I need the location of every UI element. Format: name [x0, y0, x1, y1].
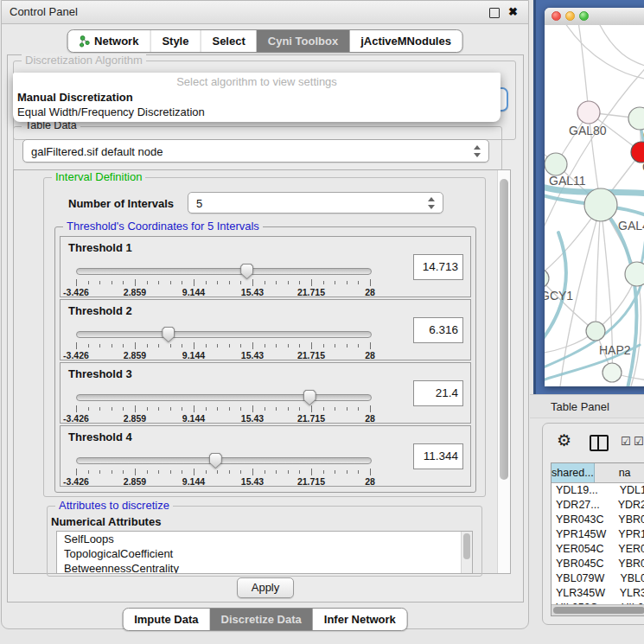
network-node[interactable]	[584, 188, 617, 221]
network-node[interactable]	[586, 322, 605, 341]
tick-mark	[252, 279, 253, 286]
dropdown-option-manual[interactable]: Manual Discretization	[17, 91, 133, 104]
cell-shared-name[interactable]: YPR145W	[552, 527, 615, 542]
close-icon[interactable]: ✖	[508, 5, 518, 18]
threshold-1-label: Threshold 1	[68, 241, 132, 254]
network-node[interactable]	[545, 153, 567, 175]
network-window-titlebar[interactable]	[545, 8, 644, 26]
numerical-attributes-list[interactable]: SelfLoopsTopologicalCoefficientBetweenne…	[56, 531, 473, 574]
table-row[interactable]: YBR045CYBR0	[552, 557, 644, 571]
slider-handle[interactable]	[240, 264, 253, 279]
tab-cyni-toolbox[interactable]: Cyni Toolbox	[257, 30, 349, 52]
table-data-combobox[interactable]: galFiltered.sif default node	[22, 139, 489, 163]
table-row[interactable]: YDL19...YDL1	[552, 483, 644, 498]
tab-label: Cyni Toolbox	[268, 30, 338, 52]
threshold-1-slider[interactable]	[76, 268, 372, 275]
tick-mark	[194, 279, 194, 286]
cell-shared-name[interactable]: YBL079W	[552, 571, 616, 586]
traffic-light-green[interactable]	[579, 11, 589, 21]
threshold-3-value-field[interactable]: 21.4	[413, 380, 463, 406]
tab-infer-network[interactable]: Infer Network	[313, 609, 407, 630]
column-header-shared-name[interactable]: shared...	[552, 463, 595, 482]
table-panel-header[interactable]: Table Panel	[530, 394, 644, 418]
table-row[interactable]: YLR345WYLR3	[552, 586, 644, 601]
column-split-icon[interactable]	[590, 435, 609, 451]
cell-shared-name[interactable]: YBR043C	[552, 513, 615, 527]
cell-name[interactable]: YPR1	[615, 527, 644, 542]
attribute-list-item[interactable]: TopologicalCoefficient	[57, 546, 472, 561]
table-row[interactable]: YER054CYER0	[552, 542, 644, 557]
cell-name[interactable]: YDL1	[616, 483, 644, 498]
tab-style[interactable]: Style	[150, 30, 200, 52]
threshold-4-slider[interactable]	[76, 457, 372, 464]
checkbox-icon[interactable]: ☑	[621, 435, 631, 448]
gear-icon[interactable]: ⚙	[557, 430, 571, 450]
cell-shared-name[interactable]: YER054C	[552, 542, 615, 557]
threshold-2-slider[interactable]	[76, 331, 372, 338]
table-horizontal-scrollbar[interactable]	[552, 604, 644, 615]
network-graph[interactable]	[545, 25, 644, 386]
network-node-selected[interactable]	[631, 142, 644, 163]
threshold-2-value-field[interactable]: 6.316	[413, 317, 463, 343]
network-node[interactable]	[603, 363, 622, 382]
cell-name[interactable]: YER0	[615, 542, 644, 557]
window-title: Control Panel	[10, 5, 78, 18]
network-node[interactable]	[625, 262, 644, 286]
network-node[interactable]	[577, 101, 600, 124]
table-row[interactable]: YBL079WYBL0	[552, 571, 644, 586]
node-table[interactable]: shared... na YDL19...YDL1YDR27...YDR2YBR…	[551, 462, 644, 616]
cell-shared-name[interactable]: YDL19...	[552, 483, 616, 498]
cell-shared-name[interactable]: YDR27...	[552, 498, 615, 513]
tick-mark	[299, 344, 300, 348]
tick-mark	[123, 344, 124, 348]
threshold-3-slider[interactable]	[76, 394, 372, 401]
tab-jactivemnodules[interactable]: jActiveMNodules	[349, 30, 462, 52]
float-icon[interactable]	[489, 8, 500, 18]
table-row[interactable]: YBR043CYBR0	[552, 513, 644, 527]
apply-button[interactable]: Apply	[237, 577, 294, 598]
network-node[interactable]	[628, 107, 644, 130]
scrollbar-thumb[interactable]	[463, 533, 470, 559]
tab-network[interactable]: Network	[67, 30, 150, 52]
number-of-intervals-combobox[interactable]: 5	[188, 192, 443, 214]
network-icon	[79, 35, 90, 48]
tab-select[interactable]: Select	[200, 30, 256, 52]
scrollbar-thumb[interactable]	[553, 607, 644, 614]
tick-label: 9.144	[182, 476, 205, 487]
dropdown-prompt[interactable]: Select algorithm to view settings	[13, 75, 501, 88]
slider-ticks	[76, 469, 370, 475]
cell-shared-name[interactable]: YBR045C	[552, 557, 615, 571]
network-canvas[interactable]: GAL80GCGAL11GAL4GCY1HHAP2	[545, 25, 644, 386]
attribute-list-item[interactable]: BetweennessCentrality	[57, 561, 472, 574]
traffic-light-red[interactable]	[552, 11, 561, 21]
cell-shared-name[interactable]: YLR345W	[552, 586, 616, 601]
column-header-name[interactable]: na	[595, 463, 644, 482]
tick-mark	[347, 407, 348, 411]
cell-name[interactable]: YBL0	[616, 571, 644, 586]
slider-handle[interactable]	[303, 390, 316, 405]
cell-name[interactable]: YBR0	[615, 557, 644, 571]
control-panel-titlebar[interactable]: Control Panel ✖	[2, 1, 528, 24]
attribute-list-item[interactable]: SelfLoops	[57, 532, 472, 546]
scrollbar-thumb[interactable]	[500, 179, 508, 480]
interval-definition-title: Interval Definition	[52, 170, 145, 183]
table-row[interactable]: YDR27...YDR2	[552, 498, 644, 513]
table-row[interactable]: YPR145WYPR1	[552, 527, 644, 542]
slider-handle[interactable]	[209, 453, 222, 469]
cell-name[interactable]: YLR3	[616, 586, 644, 601]
threshold-1-value-field[interactable]: 14.713	[413, 254, 463, 280]
tab-impute-data[interactable]: Impute Data	[123, 609, 209, 630]
network-node[interactable]	[545, 269, 549, 288]
list-scrollbar[interactable]	[461, 532, 472, 573]
settings-scrollbar[interactable]	[497, 170, 510, 573]
traffic-light-yellow[interactable]	[565, 11, 575, 21]
tab-label: Network	[94, 30, 138, 52]
cell-name[interactable]: YDR2	[615, 498, 644, 513]
tab-discretize-data[interactable]: Discretize Data	[210, 609, 313, 630]
cell-name[interactable]: YBR0	[615, 513, 644, 527]
dropdown-option-equal-width[interactable]: Equal Width/Frequency Discretization	[17, 105, 205, 118]
network-window[interactable]: GAL80GCGAL11GAL4GCY1HHAP2	[545, 8, 644, 386]
threshold-4-value-field[interactable]: 11.344	[413, 443, 463, 469]
checkbox-icon[interactable]: ☑	[634, 435, 644, 448]
slider-handle[interactable]	[162, 327, 175, 342]
